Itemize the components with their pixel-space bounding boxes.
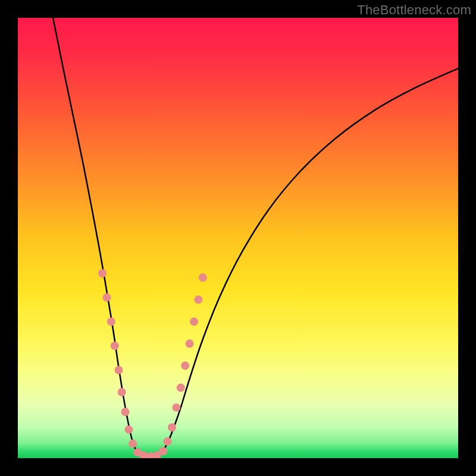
curve-layer — [18, 18, 458, 458]
marker-dot — [124, 425, 133, 434]
marker-dot — [102, 293, 111, 302]
left-curve — [53, 18, 148, 457]
plot-area — [18, 18, 458, 458]
marker-dot — [164, 437, 172, 446]
marker-dot — [114, 366, 123, 374]
marker-dot — [121, 408, 130, 416]
marker-group — [98, 269, 207, 458]
marker-dot — [129, 440, 137, 448]
marker-dot — [107, 318, 115, 326]
right-curve — [148, 68, 458, 457]
marker-dot — [98, 269, 107, 277]
marker-dot — [177, 384, 185, 392]
marker-dot — [168, 423, 176, 431]
watermark-text: TheBottleneck.com — [357, 2, 471, 18]
marker-dot — [181, 362, 189, 370]
marker-dot — [186, 340, 194, 348]
marker-dot — [190, 318, 198, 326]
marker-dot — [159, 447, 167, 455]
marker-dot — [199, 274, 207, 282]
marker-dot — [194, 296, 202, 304]
marker-dot — [172, 403, 180, 412]
marker-dot — [118, 388, 126, 396]
chart-stage: TheBottleneck.com — [0, 0, 476, 476]
marker-dot — [111, 342, 119, 350]
